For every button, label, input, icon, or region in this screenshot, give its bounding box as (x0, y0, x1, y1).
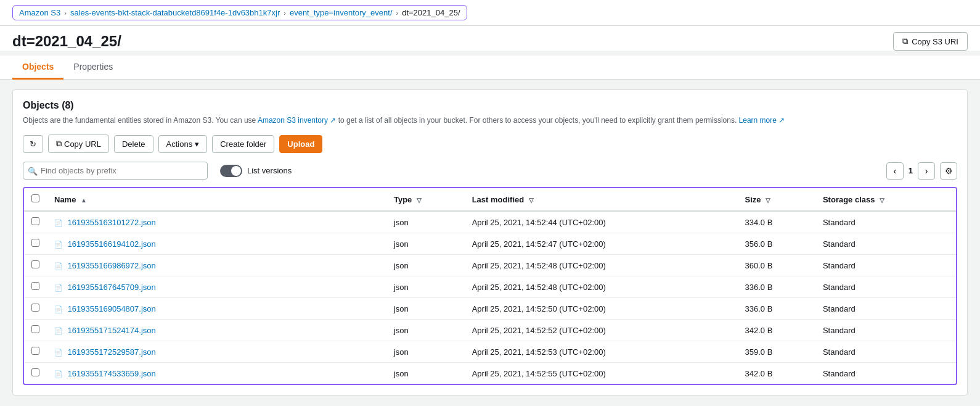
objects-description: Objects are the fundamental entities sto… (23, 115, 957, 126)
file-link[interactable]: 1619355166986972.json (68, 261, 156, 270)
file-link[interactable]: 1619355167645709.json (68, 283, 156, 292)
search-input[interactable] (23, 162, 208, 180)
storage-sort-icon: ▽ (880, 197, 884, 204)
copy-s3-uri-button[interactable]: ⧉ Copy S3 URI (893, 32, 968, 51)
row-type: json (386, 276, 465, 298)
row-storage-class: Standard (815, 363, 956, 384)
row-storage-class: Standard (815, 320, 956, 341)
row-size: 334.0 B (738, 211, 815, 233)
copy-url-icon: ⧉ (56, 139, 62, 149)
file-link[interactable]: 1619355163101272.json (68, 218, 156, 227)
size-sort-icon: ▽ (766, 197, 770, 204)
upload-button[interactable]: Upload (279, 135, 322, 153)
row-checkbox-5[interactable] (31, 325, 39, 333)
search-icon: 🔍 (28, 166, 38, 175)
row-last-modified: April 25, 2021, 14:52:48 (UTC+02:00) (465, 276, 738, 298)
row-size: 356.0 B (738, 233, 815, 255)
name-sort-icon: ▲ (81, 197, 87, 204)
tabs-bar: Objects Properties (0, 56, 980, 80)
breadcrumb-item-prefix2: dt=2021_04_25/ (402, 8, 460, 17)
row-last-modified: April 25, 2021, 14:52:48 (UTC+02:00) (465, 255, 738, 276)
row-checkbox-2[interactable] (31, 260, 39, 268)
file-link[interactable]: 1619355166194102.json (68, 239, 156, 249)
breadcrumb-sep-2: › (396, 9, 399, 17)
row-checkbox-0[interactable] (31, 217, 39, 225)
col-last-modified[interactable]: Last modified ▽ (465, 188, 738, 211)
tab-objects[interactable]: Objects (12, 56, 63, 80)
copy-url-button[interactable]: ⧉ Copy URL (48, 135, 109, 153)
row-type: json (386, 211, 465, 233)
row-type: json (386, 233, 465, 255)
table-row: 📄 1619355167645709.json json April 25, 2… (24, 276, 956, 298)
page-number: 1 (909, 166, 913, 175)
file-icon: 📄 (54, 349, 63, 356)
file-icon: 📄 (54, 305, 63, 313)
refresh-button[interactable]: ↻ (23, 135, 43, 153)
row-checkbox-3[interactable] (31, 282, 39, 290)
row-size: 342.0 B (738, 320, 815, 341)
col-type[interactable]: Type ▽ (386, 188, 465, 211)
search-container: 🔍 (23, 162, 208, 180)
breadcrumb-sep-1: › (284, 9, 286, 17)
file-link[interactable]: 1619355171524174.json (68, 326, 156, 335)
list-versions-toggle-row: List versions (220, 165, 292, 177)
copy-icon: ⧉ (902, 36, 908, 46)
page-prev-button[interactable]: ‹ (886, 162, 904, 180)
actions-chevron-icon: ▾ (195, 139, 199, 149)
table-row: 📄 1619355163101272.json json April 25, 2… (24, 211, 956, 233)
table-row: 📄 1619355174533659.json json April 25, 2… (24, 363, 956, 384)
file-icon: 📄 (54, 241, 63, 248)
table-row: 📄 1619355169054807.json json April 25, 2… (24, 298, 956, 320)
row-last-modified: April 25, 2021, 14:52:55 (UTC+02:00) (465, 363, 738, 384)
delete-button[interactable]: Delete (114, 135, 153, 153)
file-link[interactable]: 1619355172529587.json (68, 347, 156, 357)
row-checkbox-1[interactable] (31, 239, 39, 247)
row-storage-class: Standard (815, 255, 956, 276)
file-icon: 📄 (54, 284, 63, 291)
row-storage-class: Standard (815, 233, 956, 255)
row-type: json (386, 363, 465, 384)
objects-table-container: Name ▲ Type ▽ Last modified ▽ (23, 187, 957, 385)
tab-properties[interactable]: Properties (63, 56, 123, 80)
col-size[interactable]: Size ▽ (738, 188, 815, 211)
table-row: 📄 1619355166194102.json json April 25, 2… (24, 233, 956, 255)
file-link[interactable]: 1619355169054807.json (68, 304, 156, 313)
row-size: 360.0 B (738, 255, 815, 276)
objects-title: Objects (8) (23, 100, 957, 111)
inventory-link[interactable]: Amazon S3 inventory ↗ (258, 116, 336, 125)
row-type: json (386, 298, 465, 320)
select-all-checkbox[interactable] (31, 194, 39, 202)
file-icon: 📄 (54, 327, 63, 334)
learn-more-link[interactable]: Learn more ↗ (739, 116, 785, 125)
row-size: 342.0 B (738, 363, 815, 384)
row-last-modified: April 25, 2021, 14:52:53 (UTC+02:00) (465, 341, 738, 363)
row-storage-class: Standard (815, 276, 956, 298)
file-icon: 📄 (54, 370, 63, 378)
breadcrumb-item-bucket[interactable]: sales-events-bkt-stack-databucketd8691f4… (70, 8, 280, 17)
file-link[interactable]: 1619355174533659.json (68, 369, 156, 378)
row-type: json (386, 320, 465, 341)
page-title: dt=2021_04_25/ (12, 33, 121, 50)
row-type: json (386, 341, 465, 363)
row-checkbox-4[interactable] (31, 304, 39, 312)
breadcrumb-sep-0: › (64, 9, 67, 17)
row-last-modified: April 25, 2021, 14:52:47 (UTC+02:00) (465, 233, 738, 255)
type-sort-icon: ▽ (417, 197, 422, 204)
row-checkbox-7[interactable] (31, 368, 39, 376)
breadcrumb-item-s3[interactable]: Amazon S3 (19, 8, 60, 17)
list-versions-toggle[interactable] (220, 165, 242, 177)
page-next-button[interactable]: › (918, 162, 935, 180)
toggle-knob (231, 166, 241, 176)
actions-button[interactable]: Actions ▾ (158, 135, 208, 153)
col-storage-class[interactable]: Storage class ▽ (815, 188, 956, 211)
breadcrumb: Amazon S3 › sales-events-bkt-stack-datab… (12, 5, 467, 20)
settings-button[interactable]: ⚙ (940, 162, 957, 180)
col-name[interactable]: Name ▲ (47, 188, 386, 211)
breadcrumb-item-prefix1[interactable]: event_type=inventory_event/ (290, 8, 393, 17)
create-folder-button[interactable]: Create folder (212, 135, 274, 153)
row-last-modified: April 25, 2021, 14:52:44 (UTC+02:00) (465, 211, 738, 233)
row-type: json (386, 255, 465, 276)
row-checkbox-6[interactable] (31, 347, 39, 355)
modified-sort-icon: ▽ (529, 197, 534, 204)
row-size: 336.0 B (738, 276, 815, 298)
